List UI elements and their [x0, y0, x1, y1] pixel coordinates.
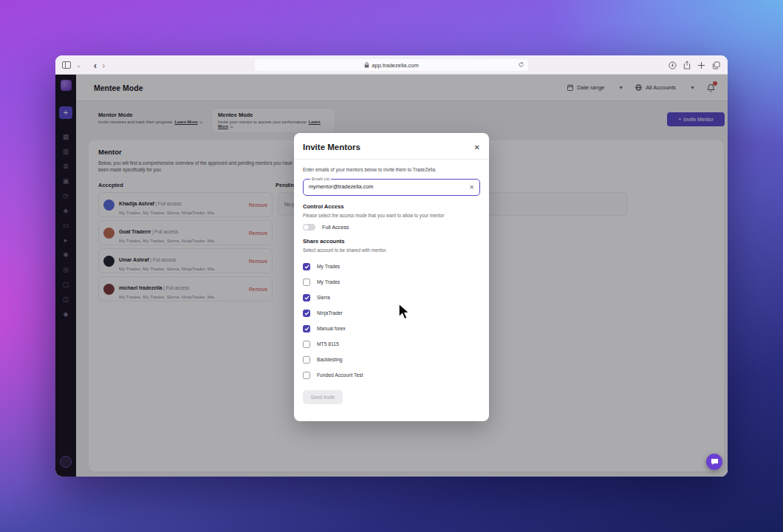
checkbox-icon[interactable] [303, 341, 310, 348]
account-label: NinjaTrader [317, 310, 343, 316]
downloads-icon[interactable] [669, 61, 677, 69]
clear-input-icon[interactable]: ✕ [469, 184, 474, 191]
account-label: My Trades [317, 264, 340, 269]
sidebar-dropdown-chevron-icon[interactable]: ⌄ [76, 62, 81, 69]
account-label: MT5 8115 [317, 341, 339, 347]
control-access-subtitle: Please select the access mode that you w… [303, 213, 480, 218]
share-icon[interactable] [683, 61, 691, 69]
url-text: app.tradezella.com [372, 62, 418, 69]
checkbox-icon[interactable] [303, 356, 310, 364]
account-checkbox-row[interactable]: My Trades [303, 259, 480, 274]
account-checkbox-row[interactable]: My Trades [303, 274, 480, 290]
account-label: Manual forex [317, 326, 346, 331]
divider [294, 159, 489, 160]
modal-description: Enter emails of your mentors below to in… [303, 167, 480, 172]
account-checkbox-row[interactable]: Manual forex [303, 321, 480, 336]
back-button[interactable]: ‹ [94, 61, 97, 70]
checkbox-icon[interactable] [303, 325, 310, 332]
toggle-knob [304, 225, 309, 230]
address-bar[interactable]: app.tradezella.com [255, 59, 528, 71]
account-label: My Trades [317, 279, 340, 284]
emails-input[interactable] [309, 183, 464, 190]
account-label: Funded Account Test [317, 372, 363, 378]
account-checkbox-row[interactable]: NinjaTrader [303, 305, 480, 321]
account-checkbox-row[interactable]: Funded Account Test [303, 367, 480, 383]
tab-overview-icon[interactable] [712, 61, 720, 69]
close-icon[interactable]: ✕ [474, 143, 480, 151]
browser-window: ⌄ ‹ › app.tradezella.com + ▦▥≣▣◷◈▭▸✱◎▢◫◆ [55, 55, 728, 477]
checkbox-icon[interactable] [303, 279, 310, 286]
checkbox-icon[interactable] [303, 372, 310, 379]
account-checkbox-row[interactable]: MT5 8115 [303, 336, 480, 352]
mouse-cursor [397, 303, 411, 321]
chat-launcher-button[interactable] [706, 454, 722, 470]
new-tab-icon[interactable] [697, 61, 705, 69]
modal-title: Invite Mentors [303, 143, 360, 151]
checkbox-icon[interactable] [303, 294, 310, 301]
send-invite-button[interactable]: Send Invite [303, 390, 343, 404]
full-access-label: Full Access [322, 224, 349, 231]
forward-button[interactable]: › [102, 61, 105, 70]
full-access-toggle[interactable] [303, 224, 315, 231]
control-access-title: Control Access [303, 203, 480, 210]
emails-field-label: Emails List [310, 177, 331, 181]
chat-bubble-icon [711, 458, 719, 466]
checkbox-icon[interactable] [303, 310, 310, 317]
lock-icon [364, 62, 369, 68]
account-label: Sierra [317, 295, 330, 300]
checkbox-icon[interactable] [303, 263, 310, 270]
emails-field[interactable]: Emails List ✕ [303, 177, 480, 196]
account-checkbox-row[interactable]: Sierra [303, 290, 480, 305]
browser-toolbar: ⌄ ‹ › app.tradezella.com [55, 55, 728, 75]
share-accounts-subtitle: Select account to be shared with mentor. [303, 248, 480, 253]
account-label: Backtesting [317, 357, 343, 362]
reload-icon[interactable] [518, 61, 524, 68]
account-checkbox-row[interactable]: Backtesting [303, 352, 480, 367]
account-checkbox-list: My Trades My Trades Sierra [303, 259, 480, 383]
invite-mentors-modal: Invite Mentors ✕ Enter emails of your me… [294, 133, 489, 421]
share-accounts-title: Share accounts [303, 238, 480, 245]
browser-sidebar-toggle-icon[interactable] [62, 61, 71, 69]
